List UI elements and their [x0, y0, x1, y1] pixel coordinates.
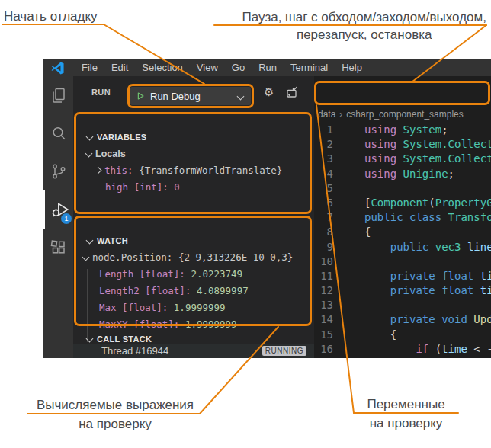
- variable-value: {TransformWorldTranslate}: [133, 165, 283, 176]
- tree-variable-row[interactable]: Length2 [float]: 4.0899997: [74, 283, 313, 299]
- tree-variable-row[interactable]: node.Position: {2 9,313226E-10 0,3}: [74, 249, 313, 266]
- code-line[interactable]: 9 public vec3 line: [314, 240, 491, 254]
- code-text: {: [364, 328, 396, 342]
- extensions-icon[interactable]: [43, 229, 73, 267]
- debug-count-badge: 1: [61, 213, 72, 224]
- annotation-start-debugging: Начать отладку: [4, 9, 98, 24]
- variable-name: high [int]:: [105, 181, 168, 193]
- menu-selection[interactable]: Selection: [135, 59, 189, 76]
- code-editor[interactable]: data›csharp_component_samples 1using Sys…: [314, 76, 491, 358]
- menu-bar-items: FileEditSelectionViewGoRunTerminalHelp: [75, 59, 369, 76]
- tree-variable-row[interactable]: Length [float]: 2.0223749: [74, 266, 313, 283]
- variables-section: VARIABLES Localsthis: {TransformWorldTra…: [74, 129, 313, 196]
- breadcrumb-item[interactable]: csharp_component_samples: [346, 109, 463, 120]
- code-text: public vec3 line: [364, 240, 491, 254]
- annotation-variables: Переменные на проверку: [354, 397, 458, 430]
- code-line[interactable]: 14 private void Upd: [314, 312, 491, 327]
- menu-run[interactable]: Run: [252, 59, 284, 76]
- code-text: using System.Collect: [364, 137, 491, 152]
- code-line[interactable]: 6[Component(PropertyG: [314, 196, 491, 210]
- variable-value: 4.0899997: [191, 285, 248, 296]
- menu-view[interactable]: View: [190, 59, 225, 76]
- code-text: public class Transfo: [364, 210, 491, 225]
- code-text: if (time < -: [364, 342, 491, 357]
- code-line[interactable]: 7public class Transfo: [314, 210, 491, 225]
- code-line[interactable]: 2using System.Collect: [314, 137, 491, 152]
- screenshot-root: Начать отладку Пауза, шаг с обходом/захо…: [0, 0, 491, 448]
- code-line[interactable]: 15 {: [314, 328, 491, 342]
- menu-terminal[interactable]: Terminal: [284, 59, 335, 76]
- line-number: 8: [314, 225, 333, 239]
- debug-sidebar: RUN Run Debug ⚙ VARIABLES Localsthis: {T…: [73, 76, 314, 358]
- code-text: using System;: [364, 123, 448, 137]
- tree-variable-row[interactable]: Max [float]: 1.9999999: [74, 299, 313, 316]
- code-line[interactable]: 11 private float ti: [314, 269, 491, 283]
- tree-variable-row[interactable]: high [int]: 0: [74, 179, 313, 196]
- debug-config-dropdown[interactable]: Run Debug: [130, 87, 251, 105]
- vscode-logo: [51, 62, 64, 75]
- code-text: private void Upd: [364, 312, 491, 327]
- code-text: {: [364, 225, 371, 239]
- variable-name: Length2 [float]:: [99, 285, 191, 296]
- breadcrumb[interactable]: data›csharp_component_samples: [318, 109, 464, 120]
- code-text: [Component(PropertyG: [364, 196, 491, 210]
- tree-group-row[interactable]: Locals: [74, 146, 313, 162]
- line-number: 1: [314, 123, 333, 137]
- search-icon[interactable]: [43, 114, 73, 152]
- source-control-icon[interactable]: [43, 152, 73, 190]
- chevron-down-icon: [86, 237, 94, 245]
- variable-name: Max [float]:: [99, 302, 168, 313]
- code-line[interactable]: 12 private float ti: [314, 283, 491, 298]
- variable-value: 0: [168, 181, 180, 193]
- run-and-debug-icon[interactable]: 1: [43, 190, 75, 229]
- code-lines: 1using System;2using System.Collect3usin…: [314, 123, 491, 357]
- code-line[interactable]: 13: [314, 298, 491, 312]
- line-number: 4: [314, 167, 333, 181]
- variable-name: Length [float]:: [99, 268, 185, 280]
- tree-variable-row[interactable]: this: {TransformWorldTranslate}: [74, 162, 313, 179]
- watch-section-header[interactable]: WATCH: [74, 232, 313, 249]
- run-panel-title: RUN: [91, 88, 111, 97]
- variable-name: this:: [104, 165, 133, 176]
- line-number: 12: [314, 283, 333, 298]
- activity-bar: 1: [43, 76, 73, 358]
- line-number: 14: [314, 312, 333, 327]
- menu-edit[interactable]: Edit: [104, 59, 135, 76]
- breadcrumb-item[interactable]: data: [318, 109, 335, 120]
- code-line[interactable]: 3using System.Collect: [314, 152, 491, 166]
- debug-console-icon[interactable]: [285, 85, 299, 99]
- menu-file[interactable]: File: [75, 59, 104, 76]
- code-line[interactable]: 16 if (time < -: [314, 342, 491, 357]
- line-number: 3: [314, 152, 333, 166]
- chevron-down-icon: [82, 254, 90, 261]
- thread-label: Thread #16944: [101, 345, 168, 357]
- explorer-icon[interactable]: [43, 76, 73, 114]
- line-number: 10: [314, 254, 333, 269]
- line-number: 6: [314, 196, 333, 210]
- annotation-pause-steps-line1: Пауза, шаг с обходом/заходом/выходом,: [242, 10, 486, 24]
- code-line[interactable]: 1using System;: [314, 123, 491, 137]
- code-text: private float ti: [364, 269, 491, 283]
- menu-bar: FileEditSelectionViewGoRunTerminalHelp: [43, 59, 491, 76]
- code-text: using Unigine;: [364, 167, 454, 181]
- line-number: 15: [314, 328, 333, 342]
- call-stack-thread-row[interactable]: Thread #16944 RUNNING: [73, 344, 314, 358]
- chevron-down-icon: [86, 133, 94, 141]
- menu-go[interactable]: Go: [225, 59, 252, 76]
- annotation-watch-line1: Вычисляемые выражения: [29, 398, 201, 412]
- breadcrumb-separator: ›: [339, 109, 342, 120]
- line-number: 5: [314, 181, 333, 196]
- code-line[interactable]: 10: [314, 254, 491, 269]
- group-label: Locals: [95, 149, 126, 159]
- variable-name: MaxXY [float]:: [99, 318, 179, 330]
- vscode-window: FileEditSelectionViewGoRunTerminalHelp 1…: [43, 59, 491, 358]
- gear-icon[interactable]: ⚙: [264, 85, 274, 99]
- line-number: 13: [314, 298, 333, 312]
- code-line[interactable]: 4using Unigine;: [314, 167, 491, 181]
- menu-help[interactable]: Help: [335, 59, 369, 76]
- variable-name: node.Position:: [92, 251, 172, 263]
- line-number: 2: [314, 137, 333, 152]
- code-line[interactable]: 8{: [314, 225, 491, 239]
- code-line[interactable]: 5: [314, 181, 491, 196]
- variables-section-header[interactable]: VARIABLES: [74, 129, 313, 146]
